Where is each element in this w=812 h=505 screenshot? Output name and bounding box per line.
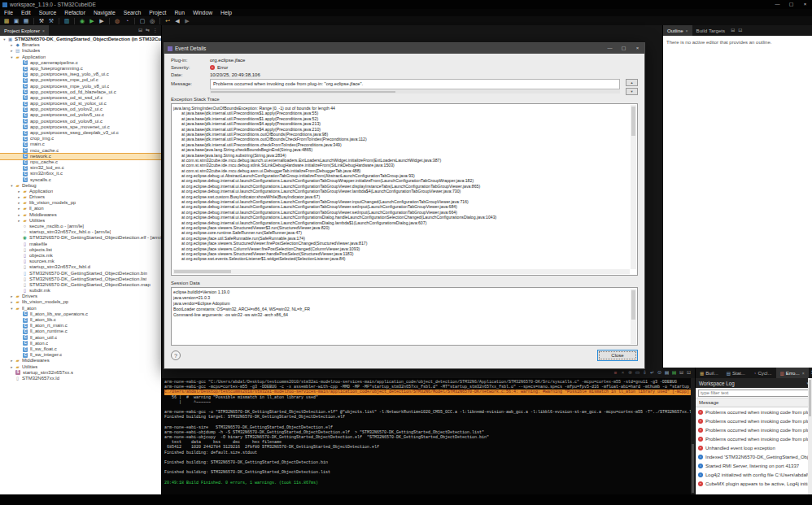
build-icon[interactable]: ⚒	[37, 17, 46, 25]
close-button[interactable]: ×	[798, 0, 812, 9]
tab-cycl[interactable]: ◔Cycl...	[749, 368, 776, 378]
tab-project-explorer[interactable]: Project Explorer ×	[0, 25, 49, 36]
stack-trace-box[interactable]: java.lang.StringIndexOutOfBoundsExceptio…	[171, 103, 638, 276]
tree-item[interactable]: Cnetwork.c	[0, 154, 161, 159]
expand-arrow-icon[interactable]: ▸	[16, 206, 22, 211]
menu-run[interactable]: Run	[170, 9, 188, 16]
display-selected-console-icon[interactable]: ▤	[663, 368, 670, 378]
search-icon[interactable]: ◎	[148, 17, 156, 25]
tree-item[interactable]: ▾▰Debug	[0, 183, 161, 189]
debug-icon[interactable]: ◉	[78, 17, 86, 25]
tree-item[interactable]: Capp_fuseprogramming.c	[0, 66, 161, 72]
tree-item[interactable]: Capp_postprocess_od_yolov8_ui.c	[0, 119, 161, 124]
tree-item[interactable]: ▸▰lib_vision_models_pp	[0, 200, 161, 206]
tree-item[interactable]: Cll_aton_rt_main.c	[0, 323, 161, 329]
expand-arrow-icon[interactable]: ▸	[9, 364, 15, 370]
device-configuration-tool-icon[interactable]: ▥	[63, 17, 71, 25]
export-log-icon[interactable]: ↥	[809, 368, 812, 378]
scrollbar-thumb[interactable]	[692, 444, 694, 493]
tree-item[interactable]: Csyscalls.c	[0, 177, 161, 183]
tree-item[interactable]: ▸▰ll_aton	[0, 206, 161, 211]
stack-hscrollbar[interactable]	[172, 269, 630, 274]
tree-item[interactable]: ▯startup_stm32n657xx_fsbl.d	[0, 264, 161, 270]
menu-help[interactable]: Help	[216, 9, 236, 16]
tab-build-targets[interactable]: Build Targets	[692, 25, 730, 36]
dialog-minimize-button[interactable]: —	[603, 44, 617, 53]
link-with-editor-icon[interactable]: ⇆	[144, 25, 151, 36]
tree-item[interactable]: ▸▰Utilities	[0, 218, 161, 224]
tree-item[interactable]: Capp_postprocess_od_st_ssd_uf.c	[0, 95, 161, 101]
tree-item[interactable]: ▸◆Binaries	[0, 42, 161, 48]
maximize-button[interactable]: ▢	[784, 0, 798, 9]
word-wrap-icon[interactable]: ↵	[648, 368, 656, 378]
close-icon[interactable]: ×	[686, 28, 688, 33]
menu-project[interactable]: Project	[145, 9, 170, 16]
message-value[interactable]: Problems occurred when invoking code fro…	[210, 79, 620, 89]
minimize-icon[interactable]: ⊟	[678, 368, 685, 378]
tree-item[interactable]: ▸▰Drivers	[0, 194, 161, 200]
tree-item[interactable]: Cll_sw_float.c	[0, 346, 161, 352]
dialog-close-button[interactable]: ×	[631, 44, 644, 53]
scrollbar-thumb[interactable]	[631, 290, 635, 320]
scrollbar-thumb[interactable]	[631, 107, 635, 136]
pin-console-icon[interactable]: ⊙	[656, 368, 663, 378]
tree-item[interactable]: Cstm32_lcd_ex.c	[0, 165, 161, 171]
tree-item[interactable]: Sstartup_stm32n657xx.s	[0, 370, 161, 376]
close-button[interactable]: Close	[597, 350, 638, 361]
tree-item[interactable]: ○secure_nsclib.o - [arm/le]	[0, 224, 161, 229]
tree-item[interactable]: ○startup_stm32n657xx_fsbl.o - [arm/le]	[0, 229, 161, 235]
tree-item[interactable]: ▸▤Includes	[0, 48, 161, 54]
collapse-arrow-icon[interactable]: ▾	[9, 54, 15, 60]
tree-item[interactable]: Cmcu_cache.c	[0, 148, 161, 154]
tree-item[interactable]: ▯subdir.mk	[0, 288, 161, 294]
tree-item[interactable]: Capp_postprocess_sseg_deeplab_v3_ui.c	[0, 130, 161, 136]
tree-item[interactable]: Cll_aton_lib_sw_operators.c	[0, 311, 161, 317]
log-filter-input[interactable]	[698, 390, 810, 397]
tree-item[interactable]: ▸▰Middlewares	[0, 358, 161, 364]
last-edit-location-icon[interactable]: ↩	[164, 17, 172, 25]
run-icon[interactable]: ▶	[88, 17, 96, 25]
profile-icon[interactable]: ◔	[123, 17, 131, 25]
maximize-icon[interactable]: ⊡	[736, 25, 744, 36]
tree-item[interactable]: Cll_aton.c	[0, 341, 161, 346]
menu-window[interactable]: Window	[189, 9, 216, 16]
log-scrollbar[interactable]	[808, 378, 812, 494]
tree-item[interactable]: ▸▰Application	[0, 189, 161, 194]
session-vscrollbar[interactable]	[631, 289, 636, 344]
collapse-arrow-icon[interactable]: ▾	[9, 183, 15, 189]
tab-outline[interactable]: Outline×	[663, 25, 692, 36]
view-menu-icon[interactable]: ⋮	[151, 25, 159, 36]
scrollbar-thumb[interactable]	[809, 380, 811, 416]
tab-buil[interactable]: ▦Buil...	[696, 368, 723, 378]
tree-item[interactable]: ▸▰lib_vision_models_pp	[0, 299, 161, 305]
tree-item[interactable]: Cstm32n6xx_it.c	[0, 171, 161, 176]
external-tools-icon[interactable]: ▶	[98, 17, 106, 25]
console-scrollbar[interactable]	[691, 378, 695, 494]
message-column-header[interactable]: Message	[696, 398, 812, 407]
next-event-button[interactable]: ▼	[626, 88, 638, 95]
tree-item[interactable]: Capp_postprocess_od_yolov2_ui.c	[0, 107, 161, 112]
tree-item[interactable]: Cll_aton_runtime.c	[0, 329, 161, 334]
tree-item[interactable]: ▾▰Application	[0, 54, 161, 60]
tree-item[interactable]: ▾▰ll_aton	[0, 306, 161, 311]
tree-item[interactable]: Capp_postprocess_mpe_yolo_v8_ui.c	[0, 84, 161, 89]
expand-arrow-icon[interactable]: ▸	[9, 42, 15, 48]
collapse-arrow-icon[interactable]: ▾	[2, 37, 7, 42]
new-c-cpp-icon[interactable]: ▢	[138, 17, 146, 25]
tree-item[interactable]: Capp_postprocess_spe_movenet_ui.c	[0, 124, 161, 130]
tree-item[interactable]: Capp_postprocess_od_fd_blazeface_ui.c	[0, 89, 161, 95]
scrollbar-thumb[interactable]	[174, 270, 231, 273]
menu-search[interactable]: Search	[120, 9, 146, 16]
tree-item[interactable]: Capp_camerapipeline.c	[0, 60, 161, 66]
message-hscrollbar[interactable]	[210, 90, 620, 94]
forward-icon[interactable]: ▶	[183, 17, 191, 25]
log-row[interactable]: iIndexed 'STM32N6570-DK_GettingStarted_O…	[696, 452, 812, 461]
tab-stat[interactable]: ▤Stat...	[723, 368, 749, 378]
tree-item[interactable]: ▯STM32N6570-DK_GettingStarted_ObjectDete…	[0, 276, 161, 282]
stack-vscrollbar[interactable]	[631, 105, 636, 269]
expand-arrow-icon[interactable]: ▸	[16, 212, 22, 218]
save-all-icon[interactable]: ▦	[22, 17, 30, 25]
tree-item[interactable]: Cnpu_cache.c	[0, 159, 161, 165]
menu-edit[interactable]: Edit	[17, 9, 35, 16]
close-icon[interactable]: ×	[802, 371, 805, 376]
